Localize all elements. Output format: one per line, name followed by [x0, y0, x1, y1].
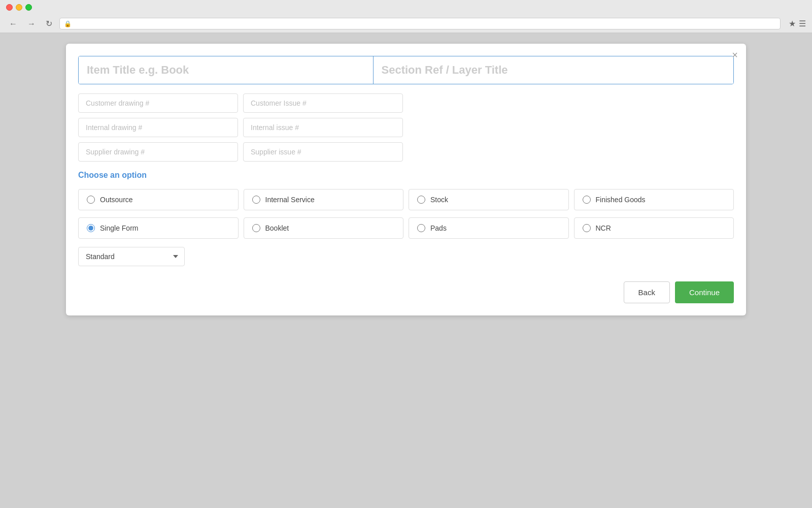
drawing-fields: [78, 93, 403, 162]
page-content: × Choose an option Outsource Interna: [0, 34, 812, 501]
traffic-light-yellow[interactable]: [16, 4, 22, 11]
option-single-form-label: Single Form: [100, 224, 138, 232]
close-button[interactable]: ×: [732, 50, 738, 60]
form-container: × Choose an option Outsource Interna: [66, 44, 746, 315]
section-ref-input[interactable]: [374, 56, 734, 84]
back-button[interactable]: Back: [624, 281, 670, 303]
option-booklet[interactable]: Booklet: [244, 217, 404, 239]
customer-drawing-input[interactable]: [78, 93, 238, 113]
nav-actions: ★ ☰: [789, 19, 806, 28]
action-buttons: Back Continue: [78, 281, 734, 303]
option-ncr[interactable]: NCR: [574, 217, 734, 239]
option-stock[interactable]: Stock: [409, 189, 569, 210]
radio-ncr[interactable]: [583, 224, 591, 232]
internal-issue-input[interactable]: [243, 118, 403, 137]
dropdown-container: Standard Premium Economy: [78, 247, 185, 266]
radio-single-form[interactable]: [87, 224, 95, 232]
radio-stock[interactable]: [417, 196, 425, 204]
supplier-drawing-input[interactable]: [78, 142, 238, 162]
options-row-2: Single Form Booklet Pads NCR: [78, 217, 734, 239]
address-input[interactable]: [75, 20, 776, 27]
option-pads[interactable]: Pads: [409, 217, 569, 239]
radio-booklet[interactable]: [252, 224, 260, 232]
standard-dropdown[interactable]: Standard Premium Economy: [78, 247, 185, 266]
supplier-issue-input[interactable]: [243, 142, 403, 162]
option-outsource-label: Outsource: [100, 196, 133, 204]
forward-nav-button[interactable]: →: [24, 18, 39, 29]
item-title-input[interactable]: [79, 56, 374, 84]
browser-chrome: ← → ↻ 🔒 ★ ☰: [0, 0, 812, 34]
radio-outsource[interactable]: [87, 196, 95, 204]
radio-internal-service[interactable]: [252, 196, 260, 204]
nav-bar: ← → ↻ 🔒 ★ ☰: [0, 15, 812, 33]
choose-option-label: Choose an option: [78, 171, 734, 180]
internal-drawing-input[interactable]: [78, 118, 238, 137]
option-ncr-label: NCR: [596, 224, 611, 232]
option-pads-label: Pads: [430, 224, 447, 232]
radio-finished-goods[interactable]: [583, 196, 591, 204]
option-finished-goods[interactable]: Finished Goods: [574, 189, 734, 210]
address-bar: 🔒: [59, 18, 781, 29]
reload-button[interactable]: ↻: [43, 18, 55, 29]
radio-pads[interactable]: [417, 224, 425, 232]
traffic-light-red[interactable]: [6, 4, 13, 11]
bookmark-button[interactable]: ★: [789, 19, 796, 28]
menu-button[interactable]: ☰: [799, 19, 806, 28]
option-internal-service[interactable]: Internal Service: [244, 189, 404, 210]
lock-icon: 🔒: [64, 20, 72, 27]
title-bar: [0, 0, 812, 15]
option-outsource[interactable]: Outsource: [78, 189, 239, 210]
option-internal-service-label: Internal Service: [265, 196, 315, 204]
option-single-form[interactable]: Single Form: [78, 217, 239, 239]
continue-button[interactable]: Continue: [675, 281, 734, 303]
back-nav-button[interactable]: ←: [6, 18, 20, 29]
options-row-1: Outsource Internal Service Stock Finishe…: [78, 189, 734, 210]
option-finished-goods-label: Finished Goods: [596, 196, 646, 204]
title-row: [78, 56, 734, 84]
traffic-light-green[interactable]: [25, 4, 32, 11]
customer-issue-input[interactable]: [243, 93, 403, 113]
option-booklet-label: Booklet: [265, 224, 289, 232]
option-stock-label: Stock: [430, 196, 448, 204]
